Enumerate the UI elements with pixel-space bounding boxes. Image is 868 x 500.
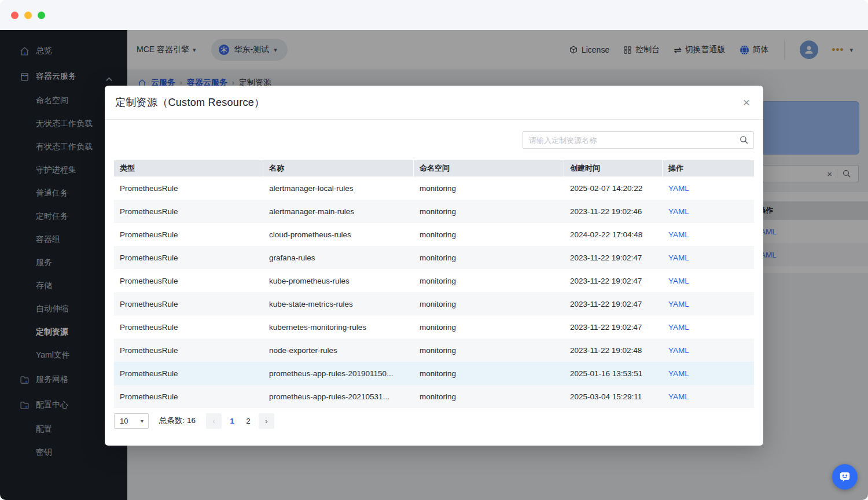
operation-cell: YAML [663, 323, 754, 332]
namespace-cell: monitoring [414, 369, 564, 378]
created-cell: 2025-02-07 14:20:22 [564, 184, 663, 193]
type-cell: PrometheusRule [114, 369, 263, 378]
created-cell: 2023-11-22 19:02:47 [564, 253, 663, 262]
window-controls [11, 12, 45, 19]
yaml-link[interactable]: YAML [668, 392, 689, 401]
page-numbers: 12 [224, 413, 256, 429]
table-body: PrometheusRulealertmanager-local-rulesmo… [114, 177, 754, 408]
yaml-link[interactable]: YAML [668, 277, 689, 285]
close-icon[interactable]: × [740, 96, 753, 109]
namespace-cell: monitoring [414, 253, 564, 262]
namespace-cell: monitoring [414, 207, 564, 216]
created-cell: 2023-11-22 19:02:47 [564, 323, 663, 332]
operation-cell: YAML [663, 277, 754, 285]
yaml-link[interactable]: YAML [668, 300, 689, 308]
page-size-value: 10 [120, 417, 128, 425]
name-cell: node-exporter-rules [263, 346, 414, 355]
type-cell: PrometheusRule [114, 277, 263, 285]
type-cell: PrometheusRule [114, 323, 263, 332]
name-cell: prometheus-app-rules-20210531... [263, 392, 414, 401]
table-row[interactable]: PrometheusRulealertmanager-local-rulesmo… [114, 177, 754, 200]
table-row[interactable]: PrometheusRulealertmanager-main-rulesmon… [114, 200, 754, 223]
type-cell: PrometheusRule [114, 392, 263, 401]
table-row[interactable]: PrometheusRulekube-state-metrics-rulesmo… [114, 292, 754, 315]
page-number-2[interactable]: 2 [241, 413, 255, 429]
name-cell: grafana-rules [263, 253, 414, 262]
modal-body: 类型名称命名空间创建时间操作 PrometheusRulealertmanage… [105, 120, 763, 429]
next-page-button[interactable]: › [259, 413, 274, 429]
yaml-link[interactable]: YAML [668, 253, 689, 262]
app-window: 总览容器云服务命名空间无状态工作负载有状态工作负载守护进程集普通任务定时任务容器… [0, 0, 868, 500]
created-cell: 2023-11-22 19:02:47 [564, 277, 663, 285]
page-size-select[interactable]: 10 ▾ [114, 413, 149, 429]
total-count-label: 总条数: 16 [159, 416, 196, 426]
table-row[interactable]: PrometheusRulecloud-prometheus-rulesmoni… [114, 223, 754, 246]
resource-search-input[interactable] [523, 131, 754, 149]
operation-cell: YAML [663, 253, 754, 262]
name-cell: cloud-prometheus-rules [263, 230, 414, 239]
operation-cell: YAML [663, 392, 754, 401]
created-cell: 2025-01-16 13:53:51 [564, 369, 663, 378]
operation-cell: YAML [663, 207, 754, 216]
zoom-window-button[interactable] [38, 12, 45, 19]
table-row[interactable]: PrometheusRuleprometheus-app-rules-20190… [114, 362, 754, 385]
namespace-cell: monitoring [414, 277, 564, 285]
table-row[interactable]: PrometheusRuleprometheus-app-rules-20210… [114, 385, 754, 408]
type-cell: PrometheusRule [114, 230, 263, 239]
column-header-名称: 名称 [263, 160, 414, 177]
yaml-link[interactable]: YAML [668, 369, 689, 378]
table-row[interactable]: PrometheusRulekube-prometheus-rulesmonit… [114, 269, 754, 292]
window-titlebar [0, 0, 868, 30]
type-cell: PrometheusRule [114, 300, 263, 308]
custom-resource-modal: 定制资源（Custom Resource） × 类型名称命名空间创建时间操作 P… [105, 86, 763, 446]
minimize-window-button[interactable] [24, 12, 32, 19]
table-row[interactable]: PrometheusRulenode-exporter-rulesmonitor… [114, 339, 754, 362]
yaml-link[interactable]: YAML [668, 346, 689, 355]
chat-smiley-icon [838, 470, 851, 483]
modal-header: 定制资源（Custom Resource） × [105, 86, 763, 120]
name-cell: kube-state-metrics-rules [263, 300, 414, 308]
namespace-cell: monitoring [414, 184, 564, 193]
yaml-link[interactable]: YAML [668, 184, 689, 193]
yaml-link[interactable]: YAML [668, 230, 689, 239]
column-header-创建时间: 创建时间 [564, 160, 663, 177]
page-number-1[interactable]: 1 [225, 413, 239, 429]
modal-title: 定制资源（Custom Resource） [115, 95, 264, 109]
yaml-link[interactable]: YAML [668, 207, 689, 216]
type-cell: PrometheusRule [114, 346, 263, 355]
column-header-类型: 类型 [114, 160, 263, 177]
operation-cell: YAML [663, 346, 754, 355]
created-cell: 2024-02-22 17:04:48 [564, 230, 663, 239]
namespace-cell: monitoring [414, 392, 564, 401]
table-row[interactable]: PrometheusRulekubernetes-monitoring-rule… [114, 315, 754, 339]
created-cell: 2023-11-22 19:02:48 [564, 346, 663, 355]
name-cell: alertmanager-main-rules [263, 207, 414, 216]
operation-cell: YAML [663, 230, 754, 239]
namespace-cell: monitoring [414, 300, 564, 308]
yaml-link[interactable]: YAML [668, 323, 689, 332]
type-cell: PrometheusRule [114, 184, 263, 193]
resource-search [523, 131, 754, 149]
name-cell: prometheus-app-rules-201901150... [263, 369, 414, 378]
name-cell: kube-prometheus-rules [263, 277, 414, 285]
chevron-down-icon: ▾ [141, 418, 144, 424]
type-cell: PrometheusRule [114, 207, 263, 216]
created-cell: 2025-03-04 15:29:11 [564, 392, 663, 401]
created-cell: 2023-11-22 19:02:46 [564, 207, 663, 216]
namespace-cell: monitoring [414, 230, 564, 239]
column-header-操作: 操作 [663, 160, 754, 177]
created-cell: 2023-11-22 19:02:47 [564, 300, 663, 308]
support-chat-button[interactable] [832, 464, 858, 490]
prev-page-button[interactable]: ‹ [206, 413, 222, 429]
search-icon[interactable] [739, 135, 749, 145]
namespace-cell: monitoring [414, 323, 564, 332]
table-row[interactable]: PrometheusRulegrafana-rulesmonitoring202… [114, 246, 754, 269]
pagination: 10 ▾ 总条数: 16 ‹ 12 › [114, 413, 754, 429]
close-window-button[interactable] [11, 12, 19, 19]
table-header-row: 类型名称命名空间创建时间操作 [114, 160, 754, 177]
operation-cell: YAML [663, 369, 754, 378]
namespace-cell: monitoring [414, 346, 564, 355]
name-cell: alertmanager-local-rules [263, 184, 414, 193]
column-header-命名空间: 命名空间 [414, 160, 564, 177]
custom-resource-table: 类型名称命名空间创建时间操作 PrometheusRulealertmanage… [114, 160, 754, 408]
